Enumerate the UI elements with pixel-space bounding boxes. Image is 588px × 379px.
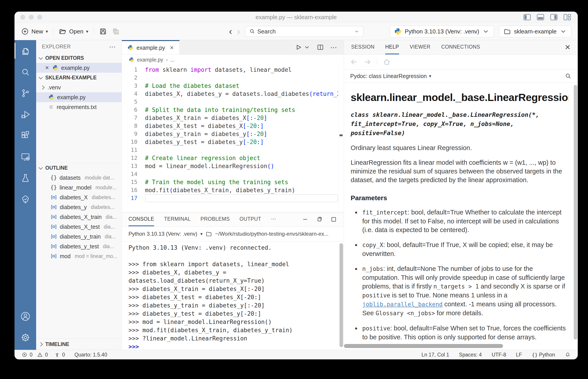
- toggle-left-panel-icon[interactable]: [523, 14, 531, 20]
- activity-source-control-icon[interactable]: [15, 82, 36, 104]
- maximize-panel-icon[interactable]: [330, 216, 337, 223]
- cursor-position[interactable]: Ln 17, Col 1: [422, 352, 449, 358]
- editor-scrollbar[interactable]: [339, 65, 344, 212]
- activity-remote-explorer-icon[interactable]: [15, 146, 36, 167]
- problems-status[interactable]: 0 0: [22, 352, 48, 358]
- code-line-8[interactable]: 8diabetes_X_test = diabetes_X[-20:]: [122, 122, 344, 130]
- activity-account-icon[interactable]: [15, 306, 36, 327]
- save-button[interactable]: [99, 28, 107, 35]
- code-line-14[interactable]: 14: [122, 170, 344, 178]
- code-line-7[interactable]: 7diabetes_X_train = diabetes_X[:-20]: [122, 114, 344, 122]
- code-line-11[interactable]: 11: [122, 146, 344, 154]
- run-file-button[interactable]: [295, 44, 310, 51]
- outline-item-linear_model[interactable]: {}linear_modelmodule...: [36, 183, 122, 192]
- notifications-bell-icon[interactable]: [565, 352, 571, 358]
- quarto-status[interactable]: Quarto: 1.5.40: [74, 352, 107, 358]
- code-line-2[interactable]: 2: [122, 74, 344, 82]
- activity-settings-gear-icon[interactable]: [15, 327, 36, 348]
- code-editor[interactable]: 1from sklearn import datasets, linear_mo…: [122, 65, 344, 212]
- minimize-panel-icon[interactable]: [302, 216, 309, 223]
- search-input[interactable]: Search: [245, 26, 363, 37]
- nav-forward-icon[interactable]: [364, 58, 371, 66]
- tree-item-example-py[interactable]: example.py: [36, 92, 122, 102]
- code-line-3[interactable]: 3# Load the diabetes dataset: [122, 82, 344, 90]
- doc-link[interactable]: joblib.parallel_backend: [362, 301, 442, 308]
- help-search-icon[interactable]: [565, 73, 572, 79]
- code-line-12[interactable]: 12# Create linear regression object: [122, 154, 344, 162]
- outline-item-mod[interactable]: modmod = linear_mo...: [36, 251, 122, 261]
- code-line-15[interactable]: 15# Train the model using the training s…: [122, 178, 344, 186]
- code-line-5[interactable]: 5: [122, 98, 344, 106]
- activity-extensions-icon[interactable]: [15, 125, 36, 146]
- activity-files-icon[interactable]: [15, 40, 36, 61]
- toggle-right-panel-icon[interactable]: [550, 14, 558, 20]
- outline-item-diabetes_X[interactable]: diabetes_Xdiabetes...: [36, 192, 122, 202]
- toggle-bottom-panel-icon[interactable]: [537, 14, 544, 20]
- activity-search-icon[interactable]: [15, 61, 36, 82]
- tree-item-venv[interactable]: .venv: [36, 82, 122, 92]
- timeline-section[interactable]: TIMELINE: [36, 338, 122, 350]
- tab-example-py[interactable]: example.py ×: [122, 40, 180, 54]
- activity-run-debug-icon[interactable]: [15, 104, 36, 125]
- panel-tab-terminal[interactable]: TERMINAL: [164, 212, 191, 226]
- outline-section[interactable]: OUTLINE: [36, 163, 122, 173]
- outline-item-diabetes_y[interactable]: diabetes_ydiabetes...: [36, 202, 122, 212]
- open-editor-item[interactable]: × example.py: [36, 63, 122, 73]
- help-topic-dropdown[interactable]: Pydoc: class LinearRegression: [350, 73, 427, 79]
- activity-assistant-icon[interactable]: [15, 188, 36, 210]
- editor-more-actions-icon[interactable]: ⋯: [330, 44, 338, 51]
- close-panel-icon[interactable]: ✕: [565, 43, 571, 51]
- code-line-1[interactable]: 1from sklearn import datasets, linear_mo…: [122, 66, 344, 74]
- interpreter-selector[interactable]: Python 3.10.13 (Venv: .venv): [390, 25, 494, 37]
- outline-item-diabetes_X_test[interactable]: diabetes_X_testdia...: [36, 222, 122, 232]
- tree-item-requirements-txt[interactable]: requirements.txt: [36, 102, 122, 112]
- workspace-selector[interactable]: sklearn-example: [499, 25, 572, 37]
- panel-tab-[interactable]: ⋯: [271, 212, 276, 226]
- breadcrumb[interactable]: example.py › ...: [122, 55, 344, 65]
- outline-item-diabetes_X_train[interactable]: diabetes_X_traindia...: [36, 212, 122, 222]
- help-horizontal-scrollbar[interactable]: [344, 344, 503, 348]
- home-icon[interactable]: [383, 58, 391, 66]
- panel-tab-output[interactable]: OUTPUT: [240, 212, 261, 226]
- ports-status[interactable]: 0: [54, 352, 65, 358]
- indentation-status[interactable]: Spaces: 4: [459, 352, 482, 358]
- code-line-13[interactable]: 13mod = linear_model.LinearRegression(): [122, 162, 344, 170]
- working-directory[interactable]: ~/Work/rstudio/python-testing-envs/sklea…: [215, 231, 328, 237]
- side-tab-session[interactable]: SESSION: [351, 40, 375, 54]
- outline-item-diabetes_y_train[interactable]: diabetes_y_traindia...: [36, 232, 122, 241]
- code-line-16[interactable]: 16mod.fit(diabetes_X_train, diabetes_y_t…: [122, 186, 344, 194]
- workspace-section[interactable]: SKLEARN-EXAMPLE: [36, 73, 122, 82]
- panel-tab-console[interactable]: CONSOLE: [129, 212, 154, 226]
- code-line-17[interactable]: 17: [122, 194, 344, 202]
- split-editor-icon[interactable]: [317, 44, 324, 51]
- code-line-6[interactable]: 6# Split the data into training/testing …: [122, 106, 344, 114]
- back-button[interactable]: ‹: [229, 27, 232, 36]
- open-editors-section[interactable]: OPEN EDITORS: [36, 53, 122, 63]
- session-interpreter[interactable]: Python 3.10.13 (Venv: .venv): [129, 231, 197, 237]
- save-all-button[interactable]: [112, 28, 120, 35]
- forward-button[interactable]: ›: [237, 27, 240, 36]
- activity-testing-icon[interactable]: [15, 167, 36, 188]
- panel-tab-problems[interactable]: PROBLEMS: [200, 212, 230, 226]
- code-line-10[interactable]: 10diabetes_y_test = diabetes_y[-20:]: [122, 138, 344, 146]
- code-line-9[interactable]: 9diabetes_y_train = diabetes_y[:-20]: [122, 130, 344, 138]
- custom-layout-icon[interactable]: [563, 14, 571, 20]
- close-editor-icon[interactable]: ×: [44, 64, 50, 71]
- outline-item-datasets[interactable]: {}datasetsmodule dat...: [36, 173, 122, 183]
- help-vertical-scrollbar[interactable]: [574, 85, 577, 340]
- code-line-4[interactable]: 4diabetes_X, diabetes_y = datasets.load_…: [122, 90, 344, 98]
- new-button[interactable]: New ▾: [21, 28, 48, 35]
- encoding-status[interactable]: UTF-8: [492, 352, 506, 358]
- console-output[interactable]: Python 3.10.13 (Venv: .venv) reconnected…: [122, 241, 344, 350]
- outline-item-diabetes_y_test[interactable]: diabetes_y_testdia...: [36, 241, 122, 251]
- console-scrollbar[interactable]: [340, 243, 343, 347]
- side-tab-viewer[interactable]: VIEWER: [410, 40, 430, 54]
- restore-panel-icon[interactable]: [316, 216, 323, 223]
- nav-back-icon[interactable]: [350, 58, 358, 66]
- explorer-more-actions-icon[interactable]: ⋯: [109, 43, 116, 51]
- open-button[interactable]: Open ▾: [59, 28, 88, 35]
- side-tab-connections[interactable]: CONNECTIONS: [441, 40, 480, 54]
- close-tab-icon[interactable]: ×: [170, 44, 174, 51]
- eol-status[interactable]: LF: [516, 352, 522, 358]
- side-tab-help[interactable]: HELP: [385, 40, 399, 54]
